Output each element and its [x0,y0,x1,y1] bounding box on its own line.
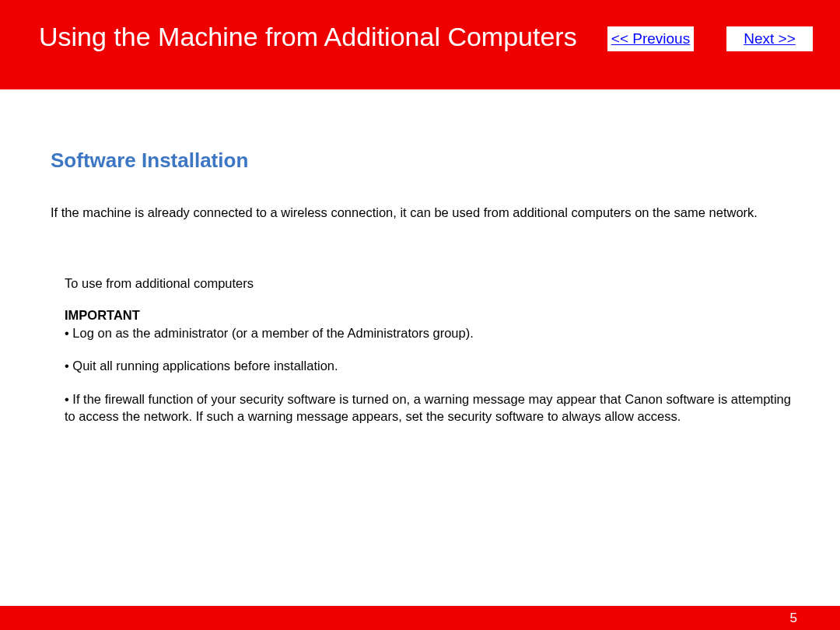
next-label: Next >> [744,30,796,47]
page-title: Using the Machine from Additional Comput… [39,22,607,52]
intro-text: If the machine is already connected to a… [51,205,793,220]
previous-label: << Previous [611,30,690,47]
previous-button[interactable]: << Previous [607,26,694,51]
section-heading: Software Installation [51,149,793,173]
important-label: IMPORTANT [65,308,793,323]
bullet-1: • Log on as the administrator (or a memb… [65,324,793,341]
content-area: Software Installation If the machine is … [0,89,840,425]
sub-heading: To use from additional computers [65,276,793,291]
bullet-2: • Quit all running applications before i… [65,357,793,374]
nav-buttons: << Previous Next >> [607,26,813,51]
next-button[interactable]: Next >> [726,26,813,51]
footer-bar: 5 [0,606,840,630]
sub-section: To use from additional computers IMPORTA… [51,276,793,425]
header-bar: Using the Machine from Additional Comput… [0,0,840,89]
page-number: 5 [790,611,797,626]
bullet-3: • If the firewall function of your secur… [65,390,793,425]
